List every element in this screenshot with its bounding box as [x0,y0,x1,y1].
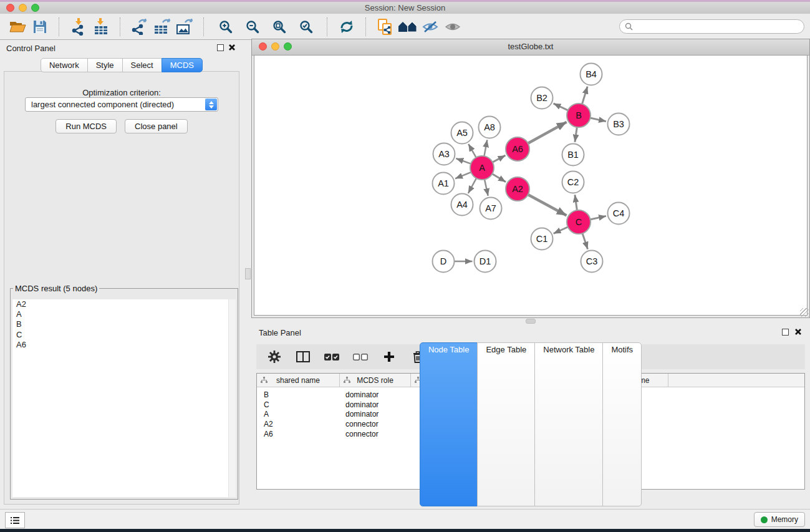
close-panel-button[interactable]: Close panel [125,119,188,133]
svg-text:C2: C2 [567,177,579,187]
table-tab-edge-table[interactable]: Edge Table [477,342,535,506]
table-tab-network-table[interactable]: Network Table [534,342,603,506]
close-panel-icon[interactable] [228,44,236,51]
network-window-titlebar[interactable]: testGlobe.txt [252,39,809,56]
criterion-select[interactable]: largest connected component (directed) [25,97,218,112]
copy-view-icon [377,18,394,36]
main-titlebar: Session: New Session [0,2,810,14]
graph-node-C3[interactable]: C3 [581,251,603,273]
resize-grip[interactable] [800,308,809,317]
graph-node-A8[interactable]: A8 [479,117,501,138]
result-scrollbar[interactable] [228,299,236,497]
control-tab-mcds[interactable]: MCDS [162,58,203,72]
table-panel-title: Table Panel [259,328,301,337]
graph-node-A[interactable]: A [470,156,494,180]
zoom-in-button[interactable] [212,17,239,37]
run-mcds-button[interactable]: Run MCDS [55,119,117,133]
graph-node-B[interactable]: B [567,104,591,127]
svg-text:A3: A3 [438,149,450,159]
list-icon [10,516,20,525]
table-tab-node-table[interactable]: Node Table [420,342,478,506]
svg-text:A1: A1 [438,178,449,188]
mcds-result-item[interactable]: C [12,330,236,340]
svg-text:A7: A7 [485,203,496,213]
close-panel-icon[interactable] [794,328,802,336]
refresh-icon [339,19,354,34]
graph-node-D[interactable]: D [433,251,455,273]
refresh-view-button[interactable] [335,17,358,37]
svg-text:A5: A5 [456,128,468,138]
criterion-value: largest connected component (directed) [31,100,174,109]
svg-text:A: A [479,163,485,173]
zoom-fit-icon [272,20,286,34]
graph-node-A2[interactable]: A2 [506,177,529,201]
graph-node-B1[interactable]: B1 [562,144,584,166]
export-table-icon [153,19,171,35]
svg-text:C1: C1 [536,234,548,244]
graph-node-C1[interactable]: C1 [531,228,553,250]
control-tab-style[interactable]: Style [87,58,123,72]
save-icon [33,20,47,34]
float-panel-icon[interactable] [782,329,789,336]
table-tab-motifs[interactable]: Motifs [602,342,642,506]
table-panel-header: Table Panel [251,324,810,341]
save-session-button[interactable] [29,17,51,37]
mcds-result-item[interactable]: B [12,319,236,329]
toolbar-separator [365,17,367,36]
hide-selected-button[interactable] [419,17,441,37]
graph-node-C[interactable]: C [567,210,591,234]
graph-node-A3[interactable]: A3 [433,143,455,165]
svg-text:B3: B3 [613,119,624,129]
graph-node-C4[interactable]: C4 [608,203,630,225]
mcds-result-item[interactable]: A [12,309,236,319]
graph-node-D1[interactable]: D1 [475,251,496,273]
svg-text:C4: C4 [613,208,625,218]
table-tabs: Node TableEdge TableNetwork TableMotifs [251,342,810,506]
import-table-button[interactable] [90,17,112,37]
svg-text:B4: B4 [586,69,597,79]
memory-button[interactable]: Memory [754,512,805,527]
svg-text:C3: C3 [586,256,598,266]
show-all-button[interactable] [441,17,464,37]
export-image-icon [176,19,193,35]
toolbar-separator [120,17,121,36]
memory-status-icon [761,516,768,523]
control-tab-select[interactable]: Select [122,58,162,72]
export-table-button[interactable] [151,17,173,37]
vertical-splitter-handle[interactable] [245,268,251,279]
graph-node-B4[interactable]: B4 [581,64,602,85]
graph-node-A6[interactable]: A6 [506,137,529,161]
graph-node-A1[interactable]: A1 [433,173,455,195]
zoom-out-button[interactable] [239,17,266,37]
graph-node-A7[interactable]: A7 [480,198,502,220]
home-button[interactable] [397,17,419,37]
zoom-selected-button[interactable] [292,17,319,37]
copy-network-view-button[interactable] [374,17,397,37]
show-eye-icon [445,21,461,32]
open-folder-icon [9,20,26,34]
graph-node-B2[interactable]: B2 [531,87,553,109]
float-panel-icon[interactable] [217,44,224,51]
graph-node-A5[interactable]: A5 [451,122,473,144]
control-tab-network[interactable]: Network [41,58,88,72]
export-image-button[interactable] [173,17,196,37]
search-field[interactable] [619,19,804,34]
open-session-button[interactable] [6,17,29,37]
network-canvas[interactable]: AA1A2A3A4A5A6A7A8BB1B2B3B4CC1C2C3C4DD1 [254,55,808,316]
horizontal-splitter-handle[interactable] [526,319,536,324]
svg-text:C: C [576,217,582,227]
control-panel-title: Control Panel [6,44,55,53]
search-input[interactable] [633,22,791,32]
mcds-result-item[interactable]: A2 [12,299,236,309]
task-history-button[interactable] [5,512,25,528]
export-network-button[interactable] [128,17,151,37]
graph-node-B3[interactable]: B3 [608,114,630,135]
graph-node-C2[interactable]: C2 [562,172,584,193]
mcds-result-item[interactable]: A6 [12,340,236,350]
network-window: testGlobe.txt AA1A2A3A4A5A6A7A8BB1B2B3B4… [251,39,810,318]
import-network-button[interactable] [67,17,90,37]
svg-text:A2: A2 [512,184,523,194]
zoom-selected-icon [299,20,313,34]
zoom-fit-button[interactable] [266,17,292,37]
graph-node-A4[interactable]: A4 [451,194,473,216]
